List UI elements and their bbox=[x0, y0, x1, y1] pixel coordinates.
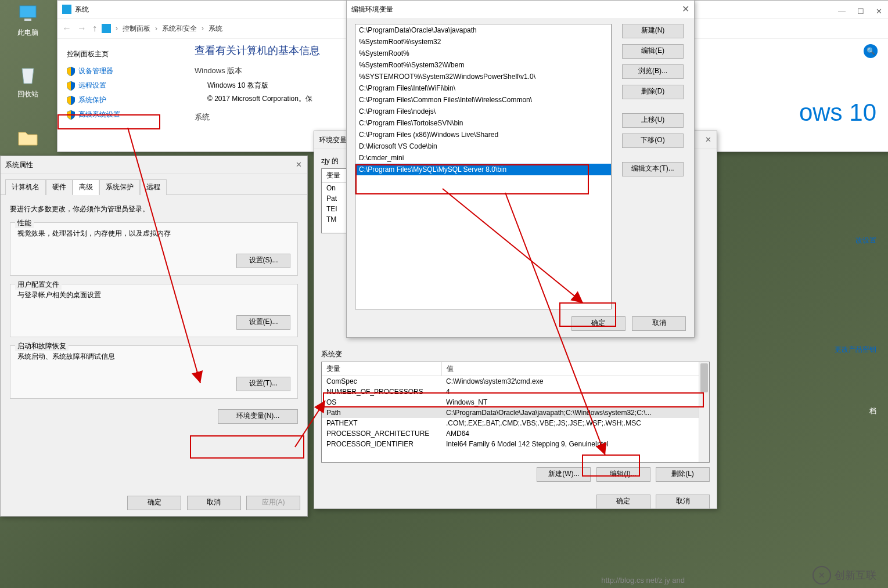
titlebar[interactable]: 系统属性 ✕ bbox=[1, 156, 307, 174]
back-button[interactable]: ← bbox=[62, 23, 71, 34]
desktop-icon-label: 此电脑 bbox=[6, 28, 50, 38]
list-item[interactable]: C:\ProgramData\Oracle\Java\javapath bbox=[355, 24, 611, 36]
ok-button[interactable]: 确定 bbox=[571, 316, 625, 331]
list-item[interactable]: C:\Program Files\Common Files\Intel\Wire… bbox=[355, 94, 611, 106]
list-item[interactable]: C:\Program Files\Intel\WiFi\bin\ bbox=[355, 82, 611, 94]
maximize-icon[interactable]: ☐ bbox=[857, 3, 864, 20]
col-header-var[interactable]: 变量 bbox=[322, 362, 442, 376]
cell: Windows_NT bbox=[441, 397, 709, 407]
crumb[interactable]: 系统和安全 bbox=[162, 24, 197, 34]
list-item[interactable]: %SystemRoot% bbox=[355, 48, 611, 59]
table-row[interactable]: PROCESSOR_ARCHITECTUREAMD64 bbox=[322, 428, 709, 439]
nav-label: 系统保护 bbox=[78, 95, 106, 105]
apply-button[interactable]: 应用(A) bbox=[246, 496, 300, 510]
delete-button[interactable]: 删除(D) bbox=[622, 85, 684, 99]
list-item[interactable]: C:\Program Files\nodejs\ bbox=[355, 106, 611, 117]
sys-edit-button[interactable]: 编辑(I)... bbox=[596, 467, 650, 482]
cell: Intel64 Family 6 Model 142 Stepping 9, G… bbox=[441, 439, 709, 449]
product-key-link[interactable]: 更改产品密钥 bbox=[835, 345, 876, 355]
edittext-button[interactable]: 编辑文本(T)... bbox=[622, 162, 684, 176]
desktop-icon-recycle[interactable]: 回收站 bbox=[6, 64, 50, 99]
list-item[interactable]: C:\Program Files (x86)\Windows Live\Shar… bbox=[355, 129, 611, 140]
svg-rect-1 bbox=[24, 19, 31, 21]
minimize-icon[interactable]: — bbox=[838, 3, 846, 20]
tab-protection[interactable]: 系统保护 bbox=[99, 179, 140, 195]
path-list[interactable]: C:\ProgramData\Oracle\Java\javapath%Syst… bbox=[355, 24, 612, 309]
scrollbar[interactable] bbox=[699, 362, 709, 462]
list-item[interactable]: C:\Program Files\TortoiseSVN\bin bbox=[355, 117, 611, 129]
table-row[interactable]: PROCESSOR_IDENTIFIERIntel64 Family 6 Mod… bbox=[322, 439, 709, 449]
ok-button[interactable]: 确定 bbox=[596, 495, 650, 509]
shield-icon bbox=[67, 110, 75, 120]
nav-item-device-manager[interactable]: 设备管理器 bbox=[67, 66, 183, 76]
window-title: 环境变量 bbox=[319, 131, 347, 149]
perf-settings-button[interactable]: 设置(S)... bbox=[236, 254, 290, 268]
list-item[interactable]: %SYSTEMROOT%\System32\WindowsPowerShell\… bbox=[355, 71, 611, 82]
cell: PROCESSOR_IDENTIFIER bbox=[322, 439, 441, 449]
cell: OS bbox=[322, 397, 441, 407]
tab-advanced[interactable]: 高级 bbox=[73, 179, 99, 195]
list-item[interactable]: D:\Microsoft VS Code\bin bbox=[355, 140, 611, 152]
window-title: 系统 bbox=[75, 1, 89, 18]
titlebar[interactable]: 编辑环境变量 ✕ bbox=[347, 1, 694, 18]
up-button[interactable]: ↑ bbox=[92, 23, 97, 34]
env-var-button[interactable]: 环境变量(N)... bbox=[218, 409, 298, 424]
desktop-icon-folder[interactable] bbox=[6, 127, 50, 152]
nav-item-remote[interactable]: 远程设置 bbox=[67, 81, 183, 91]
sys-delete-button[interactable]: 删除(L) bbox=[656, 467, 710, 482]
legend: 用户配置文件 bbox=[15, 280, 62, 290]
search-icon[interactable]: 🔍 bbox=[864, 44, 878, 58]
group-startup: 启动和故障恢复 系统启动、系统故障和调试信息 设置(T)... bbox=[10, 345, 298, 399]
table-row[interactable]: NUMBER_OF_PROCESSORS4 bbox=[322, 387, 709, 397]
shield-icon bbox=[67, 96, 75, 105]
window-title: 系统属性 bbox=[5, 156, 33, 174]
crumb[interactable]: 系统 bbox=[208, 24, 222, 34]
tab-bar: 计算机名 硬件 高级 系统保护 远程 bbox=[1, 174, 307, 195]
close-icon[interactable]: ✕ bbox=[294, 161, 303, 169]
desktop-icon-thispc[interactable]: 此电脑 bbox=[6, 2, 50, 38]
moveup-button[interactable]: 上移(U) bbox=[622, 113, 684, 128]
cell: .COM;.EXE;.BAT;.CMD;.VBS;.VBE;.JS;.JSE;.… bbox=[441, 418, 709, 428]
cancel-button[interactable]: 取消 bbox=[632, 316, 686, 331]
close-icon[interactable]: ✕ bbox=[876, 3, 882, 20]
table-row[interactable]: PathC:\ProgramData\Oracle\Java\javapath;… bbox=[322, 407, 709, 418]
list-item[interactable]: %SystemRoot%\System32\Wbem bbox=[355, 59, 611, 71]
cancel-button[interactable]: 取消 bbox=[656, 495, 710, 509]
col-header-val[interactable]: 值 bbox=[442, 362, 709, 376]
profile-settings-button[interactable]: 设置(E)... bbox=[236, 315, 290, 330]
sys-var-table[interactable]: 变量 值 ComSpecC:\Windows\system32\cmd.exeN… bbox=[321, 362, 710, 463]
close-icon[interactable]: ✕ bbox=[704, 136, 712, 144]
tab-remote[interactable]: 远程 bbox=[140, 179, 167, 195]
tab-computer-name[interactable]: 计算机名 bbox=[5, 179, 46, 195]
change-settings-link[interactable]: 改设置 bbox=[855, 236, 876, 246]
tab-hardware[interactable]: 硬件 bbox=[46, 179, 73, 195]
nav-title: 控制面板主页 bbox=[67, 49, 183, 59]
table-row[interactable]: PATHEXT.COM;.EXE;.BAT;.CMD;.VBS;.VBE;.JS… bbox=[322, 418, 709, 428]
list-item[interactable]: %SystemRoot%\system32 bbox=[355, 36, 611, 48]
table-row[interactable]: OSWindows_NT bbox=[322, 397, 709, 407]
forward-button[interactable]: → bbox=[77, 23, 87, 34]
cancel-button[interactable]: 取消 bbox=[187, 496, 241, 510]
control-panel-nav: 控制面板主页 设备管理器 远程设置 系统保护 高级系统设置 bbox=[67, 44, 183, 154]
startup-settings-button[interactable]: 设置(T)... bbox=[236, 377, 290, 391]
cell: PATHEXT bbox=[322, 418, 441, 428]
edit-env-dialog: 编辑环境变量 ✕ C:\ProgramData\Oracle\Java\java… bbox=[346, 0, 695, 338]
new-button[interactable]: 新建(N) bbox=[622, 24, 684, 38]
cell: PROCESSOR_ARCHITECTURE bbox=[322, 428, 441, 439]
crumb[interactable]: 控制面板 bbox=[123, 24, 150, 34]
shield-icon bbox=[67, 67, 75, 76]
recycle-icon bbox=[16, 64, 39, 87]
nav-item-protection[interactable]: 系统保护 bbox=[67, 95, 183, 105]
browse-button[interactable]: 浏览(B)... bbox=[622, 64, 684, 79]
close-icon[interactable]: ✕ bbox=[681, 5, 689, 13]
sys-new-button[interactable]: 新建(W)... bbox=[537, 467, 591, 482]
list-item[interactable]: D:\cmder_mini bbox=[355, 152, 611, 164]
list-item[interactable]: C:\Program Files\MySQL\MySQL Server 8.0\… bbox=[355, 164, 611, 175]
edit-button[interactable]: 编辑(E) bbox=[622, 44, 684, 59]
nav-label: 远程设置 bbox=[78, 81, 106, 91]
ok-button[interactable]: 确定 bbox=[127, 496, 181, 510]
movedown-button[interactable]: 下移(O) bbox=[622, 134, 684, 148]
table-row[interactable]: ComSpecC:\Windows\system32\cmd.exe bbox=[322, 376, 709, 387]
profile-desc: 与登录帐户相关的桌面设置 bbox=[17, 290, 290, 300]
nav-item-advanced[interactable]: 高级系统设置 bbox=[67, 110, 183, 120]
